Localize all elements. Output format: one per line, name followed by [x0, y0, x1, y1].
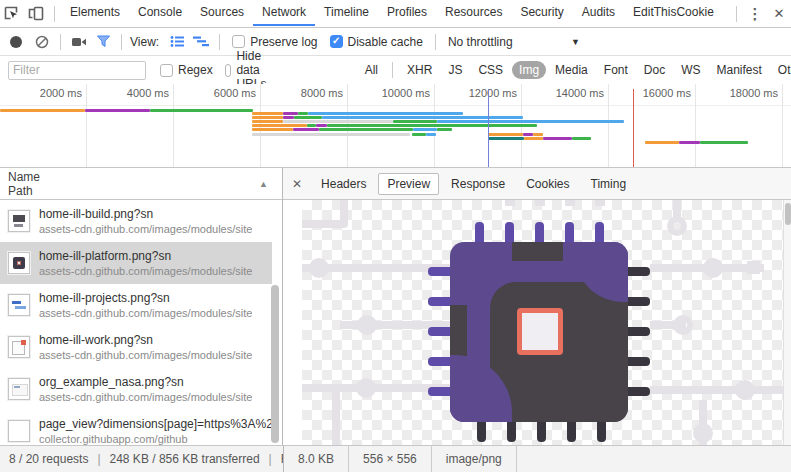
header-name: Name: [8, 170, 274, 184]
timeline-tick-label: 4000 ms: [81, 87, 169, 99]
detail-tab-preview[interactable]: Preview: [378, 173, 439, 195]
waterfall-bar: [293, 128, 319, 131]
waterfall-bar: [316, 124, 327, 127]
disable-cache-toggle[interactable]: Disable cache: [330, 35, 423, 49]
tab-network[interactable]: Network: [253, 0, 315, 26]
preserve-log-checkbox[interactable]: [232, 35, 245, 48]
request-row[interactable]: home-ill-projects.png?snassets-cdn.githu…: [0, 284, 272, 326]
detail-tabbar: ✕ HeadersPreviewResponseCookiesTiming: [283, 168, 791, 200]
circuit-trace: [332, 388, 340, 445]
request-row[interactable]: page_view?dimensions[page]=https%3A%2Fco…: [0, 410, 272, 445]
tab-resources[interactable]: Resources: [436, 0, 511, 26]
filter-type-js[interactable]: JS: [441, 61, 469, 79]
preview-scrollbar-thumb[interactable]: [785, 203, 791, 225]
show-overview-icon[interactable]: [189, 31, 213, 53]
filter-type-other[interactable]: Other: [771, 61, 791, 79]
requests-count: 8 / 20 requests: [9, 452, 88, 466]
request-text: home-ill-work.png?snassets-cdn.github.co…: [39, 333, 252, 362]
device-toolbar-icon[interactable]: [24, 3, 48, 25]
regex-toggle[interactable]: Regex: [160, 63, 213, 77]
tab-profiles[interactable]: Profiles: [378, 0, 436, 26]
filter-type-img[interactable]: Img: [512, 61, 546, 79]
screenshot-camera-icon[interactable]: [67, 31, 91, 53]
regex-checkbox[interactable]: [160, 64, 173, 77]
circuit-node-icon: [309, 258, 329, 278]
throttling-select[interactable]: No throttling ▼: [448, 35, 580, 49]
divider: [736, 6, 737, 22]
circuit-trace: [302, 220, 344, 228]
waterfall-bar: [533, 133, 543, 136]
waterfall-bar: [252, 120, 283, 123]
list-scrollbar-thumb[interactable]: [271, 285, 279, 443]
waterfall-bar: [412, 133, 426, 136]
network-overview[interactable]: 2000 ms4000 ms6000 ms8000 ms10000 ms1200…: [0, 84, 791, 168]
request-row[interactable]: home-ill-platform.png?snassets-cdn.githu…: [0, 242, 272, 284]
request-path: assets-cdn.github.com/images/modules/sit…: [39, 306, 252, 320]
filter-type-xhr[interactable]: XHR: [400, 61, 439, 79]
circuit-trace: [505, 200, 515, 206]
tab-timeline[interactable]: Timeline: [315, 0, 378, 26]
request-text: home-ill-platform.png?snassets-cdn.githu…: [39, 249, 252, 278]
request-name: home-ill-work.png?sn: [39, 333, 252, 348]
clear-icon[interactable]: [30, 31, 54, 53]
filter-type-font[interactable]: Font: [597, 61, 635, 79]
close-devtools-icon[interactable]: ✕: [767, 3, 791, 25]
preview-scrollbar[interactable]: [783, 200, 791, 445]
request-name: home-ill-projects.png?sn: [39, 291, 252, 306]
request-text: home-ill-build.png?snassets-cdn.github.c…: [39, 207, 252, 236]
disable-cache-checkbox[interactable]: [330, 35, 343, 48]
transferred-size: 248 KB / 856 KB transferred: [110, 452, 260, 466]
tab-elements[interactable]: Elements: [61, 0, 129, 26]
divider: [435, 34, 436, 50]
detail-tab-cookies[interactable]: Cookies: [517, 173, 578, 195]
request-detail-panel: ✕ HeadersPreviewResponseCookiesTiming: [283, 168, 791, 445]
request-path: assets-cdn.github.com/images/modules/sit…: [39, 222, 252, 236]
request-rows: home-ill-build.png?snassets-cdn.github.c…: [0, 200, 272, 445]
filter-type-all[interactable]: All: [358, 61, 385, 79]
request-row[interactable]: home-ill-build.png?snassets-cdn.github.c…: [0, 200, 272, 242]
request-list-header[interactable]: Name Path ▲: [0, 168, 282, 200]
request-row[interactable]: home-ill-work.png?snassets-cdn.github.co…: [0, 326, 272, 368]
tab-console[interactable]: Console: [129, 0, 191, 26]
circuit-trace: [650, 386, 783, 394]
preserve-log-toggle[interactable]: Preserve log: [232, 35, 317, 49]
waterfall-bar: [0, 109, 85, 112]
chip-core: [517, 308, 563, 355]
circuit-node-icon: [693, 423, 713, 443]
timeline-tick-label: 16000 ms: [603, 87, 691, 99]
close-detail-icon[interactable]: ✕: [292, 177, 302, 191]
divider: [60, 34, 61, 50]
devtools-tabbar: ElementsConsoleSourcesNetworkTimelinePro…: [0, 0, 791, 28]
waterfall-bar: [523, 133, 533, 136]
overflow-menu-icon[interactable]: ⋮: [743, 3, 767, 25]
devtools-window: ElementsConsoleSourcesNetworkTimelinePro…: [0, 0, 791, 472]
detail-tab-response[interactable]: Response: [442, 173, 514, 195]
inspect-element-icon[interactable]: [0, 3, 24, 25]
dcl-event-line: [488, 89, 489, 167]
filter-type-doc[interactable]: Doc: [637, 61, 672, 79]
tab-sources[interactable]: Sources: [191, 0, 253, 26]
waterfall-bar: [252, 112, 283, 115]
tab-editthiscookie[interactable]: EditThisCookie: [624, 0, 723, 26]
detail-tab-headers[interactable]: Headers: [312, 173, 375, 195]
waterfall-bar: [437, 128, 452, 131]
filter-bar: Regex Hide data URLs AllXHRJSCSSImgMedia…: [0, 56, 791, 85]
filter-input[interactable]: [8, 61, 146, 80]
request-row[interactable]: org_example_nasa.png?snassets-cdn.github…: [0, 368, 272, 410]
filter-type-media[interactable]: Media: [548, 61, 595, 79]
filter-type-manifest[interactable]: Manifest: [710, 61, 769, 79]
use-large-rows-icon[interactable]: [165, 31, 189, 53]
filter-type-css[interactable]: CSS: [471, 61, 510, 79]
tab-audits[interactable]: Audits: [573, 0, 624, 26]
waterfall-bar: [327, 124, 537, 127]
detail-tab-timing[interactable]: Timing: [582, 173, 636, 195]
waterfall-bar: [426, 133, 436, 136]
chip-notch-left: [450, 305, 467, 357]
image-dimensions: 556 × 556: [349, 446, 432, 472]
filter-funnel-icon[interactable]: [91, 31, 115, 53]
filter-type-ws[interactable]: WS: [674, 61, 707, 79]
request-name: org_example_nasa.png?sn: [39, 375, 252, 390]
hide-data-urls-checkbox[interactable]: [225, 64, 232, 77]
tab-security[interactable]: Security: [511, 0, 572, 26]
record-button[interactable]: [10, 36, 22, 48]
